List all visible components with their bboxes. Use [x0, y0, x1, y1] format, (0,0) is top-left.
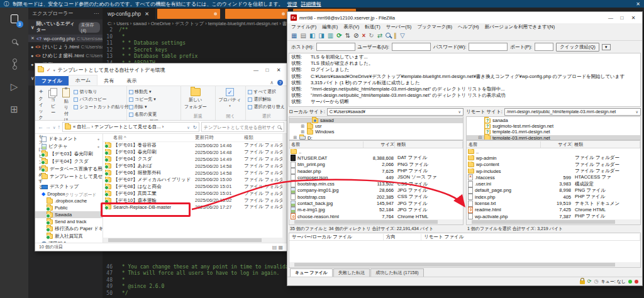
nav-item[interactable]: ピクチャ ✦: [35, 143, 103, 150]
toolbar-button[interactable]: [386, 33, 391, 39]
quickconnect-button[interactable]: クイック接続(Q): [556, 43, 599, 52]
password-input[interactable]: [469, 43, 508, 51]
file-row[interactable]: wp-admin ファイル フォルダー: [467, 155, 640, 161]
copy-button[interactable]: コピー: [47, 87, 58, 116]
forward-icon[interactable]: →: [45, 124, 51, 130]
toolbar-button[interactable]: [353, 33, 358, 39]
editor-mark-icon[interactable]: ●: [31, 53, 33, 58]
remote-site-path[interactable]: /mrri-design.net/public_html/template-03…: [504, 108, 641, 116]
menu-item[interactable]: 表示(V): [343, 24, 359, 30]
clipboard-small-button[interactable]: パスのコピー: [74, 96, 133, 102]
minimize-button[interactable]: —: [250, 67, 262, 73]
file-row[interactable]: default_page.png 8,998 PNG ファイル: [467, 187, 640, 194]
clipboard-small-button[interactable]: ショートカットの貼り付け: [74, 104, 133, 110]
ribbon-tab[interactable]: ファイル: [35, 76, 69, 86]
horizontal-scrollbar[interactable]: [467, 219, 640, 224]
menu-item[interactable]: 新バージョンを利用できます!(N): [485, 24, 555, 30]
host-input[interactable]: [316, 43, 355, 51]
minimize-button[interactable]: —: [605, 15, 616, 21]
file-row[interactable]: m-e-img1.jpg 52,184 JPG ファイル: [289, 207, 463, 213]
nav-item[interactable]: ドキュメント ✦: [35, 135, 103, 143]
manage-link[interactable]: 管理: [287, 1, 297, 8]
nav-item[interactable]: デスクトップ: [35, 183, 103, 190]
breadcrumb[interactable]: « 自社... › テンプレートとして見せる自... › ∨ ↻: [62, 122, 199, 132]
file-row[interactable]: 【デモ09】真田工業 2025/06/20 15:01 ファイル フォルダー: [103, 190, 287, 197]
activity-item[interactable]: [8, 35, 21, 48]
tree-item[interactable]: sawad: [289, 118, 463, 123]
filezilla-titlebar[interactable]: Fz mrri98 - mrri98@sv12100.xserver.jp - …: [287, 12, 642, 23]
username-input[interactable]: [392, 43, 431, 51]
file-row[interactable]: 【デモ01】巻谷容器 2025/06/20 14:46 ファイル フォルダー: [103, 142, 287, 149]
properties-button[interactable]: ✓ プロパティ ▾: [218, 87, 243, 108]
file-row[interactable]: btn_print.png 2,066 PNG ファイル: [289, 162, 463, 168]
nav-item[interactable]: 【デモ03】春光印刷: [35, 150, 103, 158]
history-drop-icon[interactable]: ∨: [53, 125, 55, 130]
editor-mark-icon[interactable]: ●: [31, 62, 33, 67]
editor-mark-icon[interactable]: ✕: [31, 36, 35, 41]
file-row[interactable]: .htaccess 599 HTACCESS ファ: [467, 174, 640, 180]
search-input[interactable]: [204, 125, 275, 130]
code-line[interactable]: 46 * You can change these at any point i…: [103, 264, 307, 271]
open-editor-item[interactable]: ✕ wp-config.php C:\Users\sawad\...: [28, 35, 103, 42]
list-columns[interactable]: 名前 サイズ 種類: [289, 141, 463, 148]
file-row[interactable]: bootstrap.css 202,385 CSS ファイル: [289, 194, 463, 200]
file-row[interactable]: 【デモ05】あおば 2025/06/20 14:58 ファイル フォルダー: [103, 163, 287, 170]
toolbar-button[interactable]: [362, 33, 365, 39]
file-row[interactable]: wp-content ファイル フォルダー: [467, 162, 640, 168]
queue-column[interactable]: リモート ファイル: [421, 234, 640, 240]
explorer-titlebar[interactable]: ✓ ▾ テンプレートとして見せる自社サイトデモ環境 — □ ✕: [35, 63, 287, 76]
file-row[interactable]: wp-includes ファイル フォルダー: [467, 168, 640, 174]
file-row[interactable]: readme.html 7,425 Chrome HTML: [467, 207, 640, 213]
expand-icon[interactable]: ⊞: [301, 130, 305, 135]
file-row[interactable]: index.php 405 PHP ファイル: [467, 194, 640, 200]
toolbar-button[interactable]: [318, 33, 324, 39]
organize-button[interactable]: 削除 ▾: [129, 104, 157, 110]
queue-column[interactable]: 方向: [384, 234, 421, 240]
nav-item[interactable]: データベース置換する用のデータ: [35, 165, 103, 173]
tree-item[interactable]: ⊟ template-03.mrri-design.net: [467, 135, 640, 140]
maximize-button[interactable]: □: [616, 15, 628, 21]
selection-button[interactable]: 選択解除: [248, 96, 285, 102]
queue-column[interactable]: サーバー/ローカル ファイル: [289, 234, 384, 240]
toolbar-button[interactable]: [394, 33, 397, 39]
file-row[interactable]: 【デモ04】クスダ 2025/06/20 14:49 ファイル フォルダー: [103, 156, 287, 163]
expand-icon[interactable]: ⊞: [301, 124, 305, 129]
activity-item[interactable]: [8, 58, 21, 70]
more-actions-icon[interactable]: ⋯: [94, 11, 99, 16]
menu-item[interactable]: ブックマーク(B): [417, 24, 452, 30]
queue-tab[interactable]: キュー ファイル: [290, 268, 333, 277]
ribbon-tab[interactable]: 共有: [97, 76, 120, 86]
file-row[interactable]: header.php 7,625 PHP ファイル: [289, 168, 463, 174]
chevron-down-icon[interactable]: ∨: [458, 109, 461, 114]
toolbar-button[interactable]: [336, 33, 341, 39]
file-row[interactable]: contact_back.jpg 145,947 JPG ファイル: [289, 200, 463, 206]
search-box[interactable]: [201, 122, 284, 132]
horizontal-scrollbar[interactable]: [289, 262, 640, 267]
file-row[interactable]: composer.json 449 JSON ソース ファ: [289, 174, 463, 180]
file-row[interactable]: 【デモ03】春光印刷 2025/06/20 14:48 ファイル フォルダー: [103, 149, 287, 156]
toolbar-button[interactable]: [300, 33, 306, 39]
file-row[interactable]: company-img01.jpg 28,666 JPG ファイル: [289, 187, 463, 194]
code-line[interactable]: 49 * @since 2.6.0: [103, 284, 307, 290]
horizontal-scrollbar[interactable]: [289, 219, 463, 224]
code-line[interactable]: 47 * This will force all users to have t…: [103, 270, 307, 277]
tree-item[interactable]: sanada: [467, 118, 640, 123]
local-site-path[interactable]: C:¥Users¥sawad¥ ∨: [327, 108, 464, 116]
menu-item[interactable]: サーバー(S): [386, 24, 411, 30]
editor-mark-icon[interactable]: ●: [31, 45, 33, 49]
clipboard-small-button[interactable]: 切り取り: [74, 89, 133, 95]
queue-tab[interactable]: 失敗した転送: [333, 268, 370, 277]
file-row[interactable]: 【デモ08】はなと商会 2025/06/20 15:01 ファイル フォルダー: [103, 183, 287, 190]
maximize-button[interactable]: □: [262, 67, 273, 73]
back-icon[interactable]: ←: [38, 124, 43, 130]
toolbar-button[interactable]: [291, 33, 297, 39]
nav-item[interactable]: Public: [35, 204, 103, 211]
file-row[interactable]: 【デモ06】堀整形外科 2025/06/20 14:58 ファイル フォルダー: [103, 170, 287, 177]
file-row[interactable]: ..: [467, 148, 640, 155]
redacted-tab[interactable]: [225, 9, 288, 19]
close-button[interactable]: ✕: [628, 15, 639, 21]
file-row[interactable]: .user.ini 3,983 構成設定: [467, 180, 640, 187]
tree-item[interactable]: ⊞ D:: [289, 135, 463, 140]
menu-item[interactable]: ヘルプ(H): [458, 24, 479, 30]
ribbon-tab[interactable]: 表示: [120, 76, 143, 86]
